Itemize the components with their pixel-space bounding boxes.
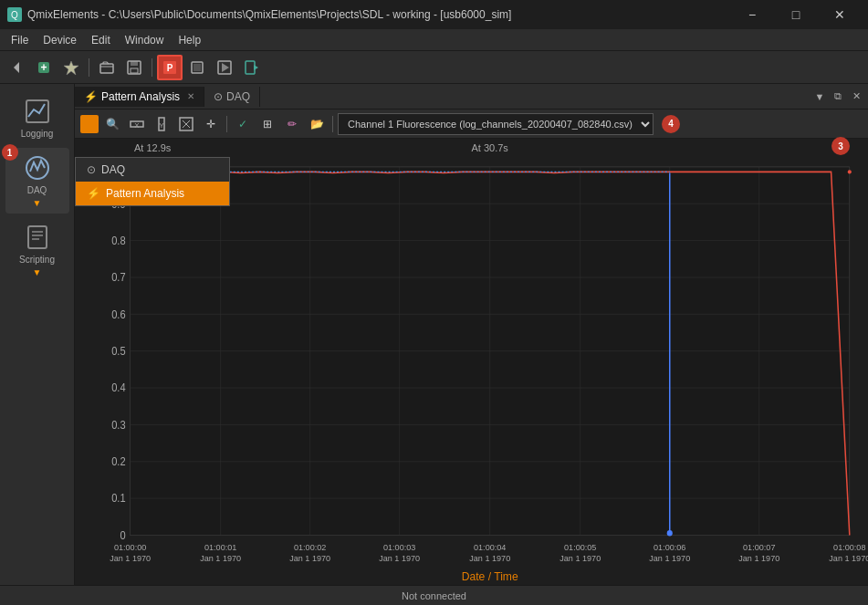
- plot-sep-1: [226, 116, 227, 132]
- plot-pan-btn[interactable]: ✛: [200, 113, 222, 135]
- badge-3: 3: [831, 137, 850, 155]
- sidebar-daq-label: DAQ: [27, 185, 47, 195]
- dropdown-daq-label: DAQ: [101, 163, 125, 176]
- maximize-button[interactable]: □: [775, 0, 817, 29]
- plot-check-btn[interactable]: ✓: [232, 113, 254, 135]
- stop-button[interactable]: [184, 55, 210, 80]
- svg-text:Jan 1 1970: Jan 1 1970: [200, 552, 241, 562]
- save-button[interactable]: [121, 55, 147, 80]
- open-button[interactable]: [94, 55, 120, 80]
- svg-text:+: +: [40, 61, 47, 74]
- dropdown-item-pattern[interactable]: ⚡ Pattern Analysis: [76, 182, 229, 205]
- svg-rect-4: [100, 64, 113, 73]
- plot-chart: 0 0.1 0.2 0.3 0.4 0.5 0.6 0.7 0.8 0.9 1 …: [75, 157, 868, 585]
- sidebar-item-logging[interactable]: Logging: [5, 91, 69, 144]
- svg-rect-14: [246, 61, 255, 74]
- daq-icon: [23, 153, 52, 183]
- badge-4: 4: [662, 115, 680, 133]
- sidebar: Logging 1 DAQ ▼: [0, 84, 75, 585]
- svg-text:Jan 1 1970: Jan 1 1970: [289, 552, 330, 562]
- svg-rect-18: [28, 226, 47, 248]
- main-toolbar: + P: [0, 51, 868, 84]
- svg-marker-13: [222, 63, 229, 72]
- menu-file[interactable]: File: [4, 32, 36, 48]
- svg-text:01:00:04: 01:00:04: [474, 541, 506, 551]
- tab-pattern-icon: ⚡: [84, 90, 98, 103]
- svg-text:0.1: 0.1: [111, 493, 125, 504]
- tab-bar: ⚡ Pattern Analysis ✕ ⊙ DAQ ▼ ⧉ ✕: [75, 84, 868, 110]
- pattern-button[interactable]: P: [157, 55, 183, 80]
- dropdown-item-daq[interactable]: ⊙ DAQ: [76, 158, 229, 182]
- svg-text:01:00:06: 01:00:06: [654, 541, 685, 551]
- tab-dropdown-btn[interactable]: ▼: [811, 89, 828, 105]
- menu-window[interactable]: Window: [118, 32, 172, 48]
- svg-text:Jan 1 1970: Jan 1 1970: [469, 552, 510, 562]
- app-icon: Q: [7, 7, 22, 22]
- window-controls[interactable]: − □ ✕: [731, 0, 861, 29]
- svg-marker-0: [14, 62, 19, 73]
- toolbar-separator-1: [89, 58, 89, 77]
- svg-rect-6: [131, 61, 138, 66]
- back-button[interactable]: [4, 55, 29, 80]
- export-button[interactable]: [239, 55, 265, 80]
- time-markers: At 12.9s At 30.7s 3: [75, 139, 868, 157]
- tab-float-btn[interactable]: ⧉: [830, 89, 846, 105]
- svg-text:01:00:01: 01:00:01: [204, 541, 236, 551]
- sidebar-scripting-label: Scripting: [19, 255, 55, 265]
- svg-text:Jan 1 1970: Jan 1 1970: [379, 552, 420, 562]
- menu-device[interactable]: Device: [36, 32, 84, 48]
- sidebar-item-scripting[interactable]: Scripting ▼: [5, 217, 69, 283]
- svg-rect-7: [131, 68, 138, 73]
- add-button[interactable]: +: [31, 55, 57, 80]
- dropdown-daq-icon: ⊙: [87, 163, 96, 176]
- tab-daq-icon: ⊙: [214, 90, 223, 103]
- svg-point-80: [667, 530, 673, 537]
- svg-text:0.7: 0.7: [111, 272, 125, 283]
- time-marker-2: At 30.7s: [472, 142, 508, 153]
- plot-sep-2: [332, 116, 333, 132]
- logging-icon: [23, 97, 52, 126]
- menu-edit[interactable]: Edit: [84, 32, 118, 48]
- close-button[interactable]: ✕: [819, 0, 861, 29]
- svg-text:X: X: [134, 121, 140, 130]
- svg-text:0.4: 0.4: [111, 382, 126, 393]
- menubar: File Device Edit Window Help: [0, 29, 868, 51]
- star-button[interactable]: [58, 55, 84, 80]
- minimize-button[interactable]: −: [731, 0, 773, 29]
- titlebar-left: Q QmixElements - C:\Users\Public\Documen…: [7, 7, 511, 22]
- svg-text:Jan 1 1970: Jan 1 1970: [559, 552, 601, 562]
- sidebar-item-daq[interactable]: 1 DAQ ▼: [5, 148, 69, 214]
- plot-area: ⊙ DAQ ⚡ Pattern Analysis 2: [75, 157, 868, 585]
- svg-text:0.8: 0.8: [111, 235, 125, 246]
- plot-color-btn[interactable]: [80, 115, 99, 133]
- menu-help[interactable]: Help: [171, 32, 208, 48]
- svg-text:0: 0: [120, 529, 125, 540]
- svg-text:Date / Time: Date / Time: [462, 569, 518, 583]
- channel-select[interactable]: Channel 1 Fluorescence (log_channels_202…: [338, 113, 654, 135]
- plot-grid-btn[interactable]: ⊞: [256, 113, 278, 135]
- plot-import-btn[interactable]: 📂: [306, 113, 328, 135]
- plot-zoom-x-btn[interactable]: X: [126, 113, 148, 135]
- toolbar-separator-2: [152, 58, 152, 77]
- run-button[interactable]: [212, 55, 237, 80]
- plot-zoom-all-btn[interactable]: [175, 113, 197, 135]
- tab-pattern-analysis[interactable]: ⚡ Pattern Analysis ✕: [75, 87, 204, 107]
- svg-text:Jan 1 1970: Jan 1 1970: [649, 552, 690, 562]
- svg-text:01:00:00: 01:00:00: [114, 541, 146, 551]
- plot-pencil-btn[interactable]: ✏: [281, 113, 303, 135]
- tab-daq-label: DAQ: [226, 90, 250, 103]
- svg-text:0.2: 0.2: [111, 456, 125, 467]
- tab-daq[interactable]: ⊙ DAQ: [204, 87, 260, 107]
- time-marker-1: At 12.9s: [134, 142, 171, 153]
- plot-zoom-btn[interactable]: 🔍: [101, 113, 123, 135]
- svg-text:Jan 1 1970: Jan 1 1970: [738, 552, 779, 562]
- daq-arrow-icon: ▼: [33, 198, 42, 208]
- svg-text:01:00:02: 01:00:02: [294, 541, 326, 551]
- svg-text:Jan 1 1970: Jan 1 1970: [829, 552, 868, 562]
- svg-text:0.3: 0.3: [111, 419, 125, 430]
- tab-pattern-close[interactable]: ✕: [187, 91, 194, 101]
- plot-zoom-y-btn[interactable]: Y: [151, 113, 173, 135]
- svg-text:01:00:03: 01:00:03: [383, 541, 415, 551]
- tab-close-panel-btn[interactable]: ✕: [848, 89, 864, 105]
- sidebar-logging-label: Logging: [21, 129, 54, 139]
